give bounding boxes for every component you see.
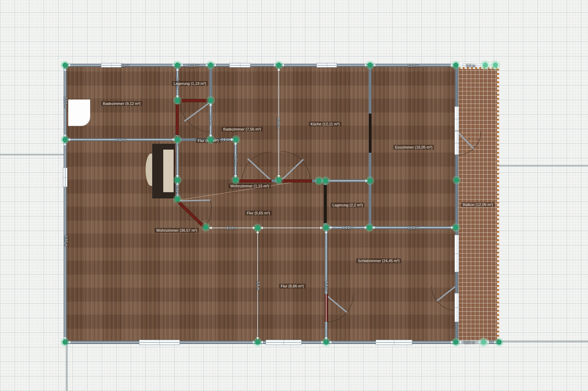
vertex-handle[interactable] xyxy=(175,137,180,142)
vertex-handle[interactable] xyxy=(497,340,502,345)
piano-top xyxy=(163,150,174,192)
dimension-label: 1,34 m xyxy=(234,155,238,166)
window[interactable] xyxy=(454,131,459,155)
dimension-line xyxy=(328,180,368,181)
dimension-label: 61 m xyxy=(121,64,129,68)
vertex-handle[interactable] xyxy=(324,340,329,345)
room-label[interactable]: Küche (12,11 m²) xyxy=(309,122,341,126)
vertex-handle[interactable] xyxy=(63,137,68,142)
grid-guide-line xyxy=(499,340,588,343)
room-label[interactable]: Wohnzimmer (1,15 m²) xyxy=(229,184,271,188)
vertex-handle[interactable] xyxy=(324,225,329,230)
wall-segment[interactable] xyxy=(369,65,371,114)
dimension-line xyxy=(282,65,367,65)
dimension-label: 0,55 m xyxy=(175,185,179,196)
vertex-handle[interactable] xyxy=(63,63,68,68)
vertex-handle[interactable] xyxy=(175,63,180,68)
door[interactable] xyxy=(281,179,312,183)
door[interactable] xyxy=(176,104,179,137)
dimension-line xyxy=(68,342,255,343)
room-label[interactable]: Flur (5,65 m²) xyxy=(245,211,272,215)
window[interactable] xyxy=(454,293,459,322)
dimension-line xyxy=(260,228,323,228)
vertex-handle[interactable] xyxy=(175,178,180,183)
dimension-label: 3,9 m xyxy=(324,281,328,290)
dimension-label: 6,93 m xyxy=(64,236,68,247)
vertex-handle[interactable] xyxy=(481,340,486,345)
door[interactable] xyxy=(239,179,272,183)
vertex-handle[interactable] xyxy=(276,63,282,68)
dimension-label: 2,89 m xyxy=(408,226,419,230)
balcony-railing xyxy=(497,67,499,341)
room-label[interactable]: Schlafzimmer (24,45 m²) xyxy=(356,258,401,263)
room-label[interactable]: Esszimmer (16,05 m²) xyxy=(393,145,434,150)
dimension-label: 2,89 m xyxy=(408,64,419,68)
vertex-handle[interactable] xyxy=(454,178,459,183)
window[interactable] xyxy=(454,235,459,272)
vertex-handle[interactable] xyxy=(63,340,68,345)
dimension-label: 1,31 m xyxy=(209,114,213,125)
room-label[interactable]: Wohnzimmer (36,57 m²) xyxy=(155,228,199,233)
dimension-label: 0,91 m xyxy=(464,340,475,344)
vertex-handle[interactable] xyxy=(453,340,459,345)
dimension-label: 1,41 m xyxy=(342,226,353,230)
door[interactable] xyxy=(178,99,209,102)
wall-segment[interactable] xyxy=(369,152,371,229)
room-label[interactable]: Lagerung (1,19 m²) xyxy=(172,81,208,86)
vertex-handle[interactable] xyxy=(175,197,180,202)
vertex-handle[interactable] xyxy=(368,178,373,184)
wall-opening[interactable] xyxy=(369,114,371,153)
balcony-railing xyxy=(459,67,497,69)
vertex-handle[interactable] xyxy=(483,63,488,68)
wall-opening[interactable] xyxy=(324,185,327,223)
dimension-label: 3,63 m xyxy=(116,138,127,142)
vertex-handle[interactable] xyxy=(255,340,260,345)
grid-guide-line xyxy=(499,165,588,167)
vertex-handle[interactable] xyxy=(175,98,180,103)
room-label[interactable]: Balkon (12,09 m²) xyxy=(461,202,495,207)
room-label[interactable]: Badezimmer (7,56 m²) xyxy=(221,127,263,132)
dimension-label: 3,92 m xyxy=(277,118,281,129)
dimension-label: 2,52 m xyxy=(64,97,67,108)
vertex-handle[interactable] xyxy=(323,178,328,184)
vertex-handle[interactable] xyxy=(233,178,238,183)
apartment-floor[interactable] xyxy=(65,65,457,342)
vertex-handle[interactable] xyxy=(453,63,459,68)
vertex-handle[interactable] xyxy=(233,137,239,142)
dimension-line xyxy=(329,342,453,343)
vertex-handle[interactable] xyxy=(493,63,498,68)
room-label[interactable]: Badezimmer (9,12 m²) xyxy=(101,101,142,106)
vertex-handle[interactable] xyxy=(316,178,322,184)
vertex-handle[interactable] xyxy=(367,225,372,230)
grid-guide-line xyxy=(0,154,65,155)
dimension-label: 1,09 m xyxy=(188,64,199,68)
grid-guide-line xyxy=(66,344,68,391)
vertex-handle[interactable] xyxy=(453,225,459,230)
vertex-handle[interactable] xyxy=(208,63,213,68)
dimension-line xyxy=(213,65,276,65)
dimension-label: 3,9 m xyxy=(256,281,260,290)
dimension-label: 1,69 m xyxy=(227,226,238,230)
window[interactable] xyxy=(454,106,459,131)
vertex-handle[interactable] xyxy=(208,137,213,142)
room-label[interactable]: Flur (8,86 m²) xyxy=(279,284,306,288)
dimension-line xyxy=(486,342,497,343)
room-label[interactable]: Lagerung (2,2 m²) xyxy=(331,203,365,207)
shower-tray[interactable] xyxy=(68,99,90,126)
vertex-handle[interactable] xyxy=(208,98,213,103)
vertex-handle[interactable] xyxy=(368,63,373,68)
dimension-line xyxy=(260,342,324,343)
vertex-handle[interactable] xyxy=(203,225,209,230)
dimension-label: 0,9 m xyxy=(466,64,475,68)
plan-canvas[interactable]: 61 m1,09 m2,89 m0,9 m2,52 m6,93 m1,09 m2… xyxy=(0,0,588,391)
vertex-handle[interactable] xyxy=(276,178,282,183)
vertex-handle[interactable] xyxy=(255,225,260,231)
